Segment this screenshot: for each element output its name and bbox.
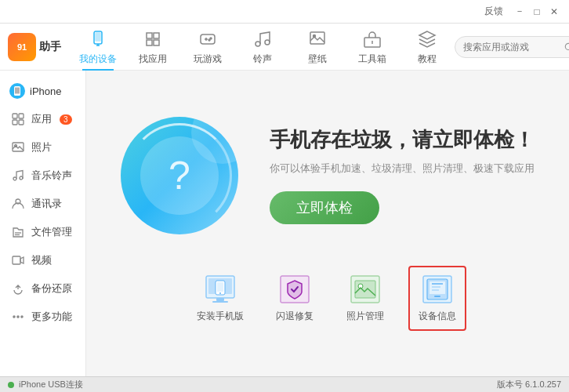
svg-rect-33 [216,298,224,301]
more-icon [11,310,25,324]
minimize-btn[interactable]: － [511,3,528,20]
nav-label-games: 玩游戏 [194,53,222,66]
svg-rect-36 [217,282,223,292]
sidebar-item-backup[interactable]: 备份还原 [0,274,85,303]
content-area: ? 手机存在垃圾，请立即体检！ 你可以体验手机加速、垃圾清理、照片清理、极速下载… [86,71,569,376]
nav-item-wallpaper[interactable]: 壁纸 [290,24,345,71]
main-layout: iPhone 应用 3 [0,71,569,376]
photo-mgmt-icon [346,274,385,305]
sidebar: iPhone 应用 3 [0,71,86,376]
status-left: iPhone USB连接 [8,379,83,390]
svg-rect-15 [15,88,20,94]
scan-animation: ? [121,117,238,234]
qa-install-phone-label: 安装手机版 [197,310,244,323]
qa-flash-repair[interactable]: 闪退修复 [267,267,322,329]
svg-rect-16 [13,114,17,118]
qa-photo-mgmt[interactable]: 照片管理 [338,267,393,329]
search-area: 1 [455,36,569,58]
svg-point-10 [313,34,316,37]
logo-icon: 91 [8,33,36,61]
svg-point-29 [17,316,19,318]
close-btn[interactable]: ✕ [545,3,563,20]
more-label: 更多功能 [31,310,72,324]
music-icon [11,169,25,183]
device-name: iPhone [30,85,61,97]
svg-rect-19 [19,120,24,125]
video-icon [11,253,25,267]
sidebar-item-music[interactable]: 音乐铃声 [0,162,85,190]
svg-point-6 [208,39,210,41]
connection-dot [8,382,14,388]
svg-rect-1 [96,33,100,41]
apps-badge: 3 [60,114,72,125]
svg-point-8 [265,40,270,45]
app-logo: 91 助手 [8,31,71,63]
qa-device-info[interactable]: 设备信息 [408,266,466,331]
svg-point-22 [13,177,16,180]
nav-label-ringtone: 铃声 [253,53,272,66]
nav-item-my-device[interactable]: 我的设备 [71,24,125,71]
video-label: 视频 [31,253,52,267]
qa-device-info-label: 设备信息 [419,310,456,323]
hero-text: 手机存在垃圾，请立即体检！ 你可以体验手机加速、垃圾清理、照片清理、极速下载应用… [270,126,535,224]
flash-repair-icon [275,274,314,305]
scan-inner: ? [140,136,219,215]
files-label: 文件管理 [31,225,72,239]
wallpaper-icon [306,28,328,50]
sidebar-item-contacts[interactable]: 通讯录 [0,190,85,218]
contacts-icon [11,197,25,211]
svg-point-5 [210,38,212,39]
nav-items: 我的设备 找应用 玩游戏 [71,24,455,71]
quick-actions: 安装手机版 闪退修复 [189,266,466,331]
photos-label: 照片 [31,140,52,154]
nav-label-my-device: 我的设备 [79,53,117,66]
status-bar: iPhone USB连接 版本号 6.1.0.257 [0,376,569,392]
hero-section: ? 手机存在垃圾，请立即体检！ 你可以体验手机加速、垃圾清理、照片清理、极速下载… [121,117,535,234]
svg-rect-40 [355,281,375,298]
feedback-label: 反馈 [484,5,503,18]
contacts-label: 通讯录 [31,197,62,211]
search-input[interactable] [455,36,569,58]
svg-point-7 [256,42,260,46]
music-label: 音乐铃声 [31,169,72,183]
sidebar-item-more[interactable]: 更多功能 [0,303,85,331]
games-icon [197,28,219,50]
scan-button[interactable]: 立即体检 [270,191,379,224]
connection-status: iPhone USB连接 [19,379,83,390]
svg-point-13 [565,43,569,49]
logo-text: 助手 [39,40,61,54]
hero-title: 手机存在垃圾，请立即体检！ [270,126,535,154]
nav-item-find-app[interactable]: 找应用 [125,24,180,71]
device-info-icon [418,274,457,305]
title-bar: 反馈 － □ ✕ [0,0,569,24]
svg-point-37 [219,292,221,294]
svg-point-28 [13,316,15,318]
nav-item-toolbox[interactable]: 工具箱 [345,24,400,71]
svg-rect-17 [19,114,24,118]
apps-icon [11,112,25,126]
svg-rect-34 [212,301,228,303]
qa-flash-repair-label: 闪退修复 [276,310,313,323]
install-phone-icon [201,274,240,305]
sidebar-item-apps[interactable]: 应用 3 [0,105,85,133]
search-button[interactable] [560,38,569,56]
svg-point-23 [20,176,23,180]
sidebar-item-files[interactable]: 文件管理 [0,218,85,246]
nav-item-tutorial[interactable]: 教程 [400,24,455,71]
nav-item-games[interactable]: 玩游戏 [180,24,235,71]
version-info: 版本号 6.1.0.257 [497,379,561,390]
apps-label: 应用 [31,112,52,126]
sidebar-item-photos[interactable]: 照片 [0,133,85,162]
device-icon [9,83,25,99]
question-mark: ? [169,156,190,195]
device-header[interactable]: iPhone [0,77,85,105]
sidebar-item-video[interactable]: 视频 [0,246,85,274]
nav-label-toolbox: 工具箱 [358,53,386,66]
top-nav: 91 助手 我的设备 找应用 [0,24,569,71]
nav-item-ringtone[interactable]: 铃声 [235,24,290,71]
backup-icon [11,281,25,296]
nav-label-find-app: 找应用 [139,53,167,66]
maximize-btn[interactable]: □ [528,3,545,20]
nav-label-tutorial: 教程 [418,53,437,66]
qa-install-phone[interactable]: 安装手机版 [189,267,252,329]
